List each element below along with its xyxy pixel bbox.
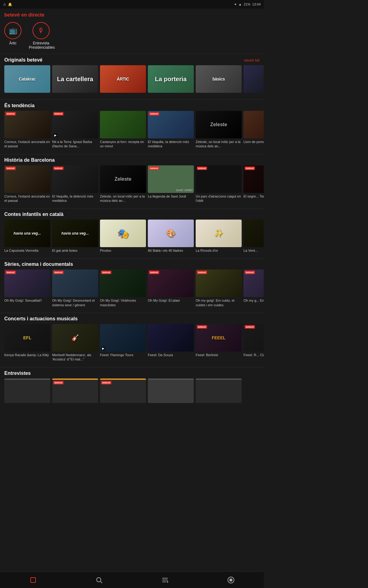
originals-item-catakrac[interactable]: Catakrac (4, 65, 50, 94)
entrevistes-item-3[interactable] (148, 379, 194, 403)
historia-item-2[interactable]: Zeleste Zeleste, un local mític per a la… (100, 165, 146, 203)
concerts-item-1[interactable]: 🎸 Meritxell Neddermann, als 'Acústics' d… (52, 324, 98, 362)
concerts-thumb-0: EFL (4, 324, 50, 352)
concerts-thumb-2: ▶ (100, 324, 146, 352)
contes-thumb-4: ✨ (196, 220, 242, 247)
more-thumbnail: b (243, 65, 264, 93)
concerts-thumb-1: 🎸 (52, 324, 98, 352)
tendencia-thumb-1: betevé ▶ (52, 111, 98, 138)
tendencia-label-2: Castanyes al forn: recepta en un minut (100, 140, 146, 149)
series-item-1[interactable]: betevé Oh My Goig!: Desmuntant el sistem… (52, 270, 98, 307)
series-item-5[interactable]: betevé Oh my g... Empan... (243, 270, 264, 307)
contes-item-4[interactable]: ✨ La Rínxols d'or (196, 220, 242, 253)
historia-label-2: Zeleste, un local mític per a la música … (100, 194, 146, 203)
svg-marker-6 (167, 581, 169, 583)
series-item-4[interactable]: betevé Oh my goig!: Em cuido, et cuides … (196, 270, 242, 307)
historia-label-3: La llegenda de Sant Jordi (148, 194, 194, 198)
series-item-3[interactable]: betevé Oh My Goig!: El plaer (148, 270, 194, 307)
live-channel-entrevista[interactable]: 🎙 Entrevista Presidenciables (29, 22, 53, 50)
status-left-icons: ⚠ 🔔 (3, 2, 12, 6)
series-thumb-0: betevé (4, 270, 50, 297)
contes-thumb-1: havia una veg... (52, 220, 98, 247)
historia-thumb-1: betevé (52, 165, 98, 193)
nav-playlist[interactable] (161, 576, 169, 584)
historia-item-1[interactable]: betevé El Vaquilla, la detenció més medi… (52, 165, 98, 203)
live-channel-artic[interactable]: 📺 Àrtic (4, 22, 21, 50)
originals-item-porteria[interactable]: La porteria (148, 65, 194, 94)
live-channel-entrevista-label: Entrevista Presidenciables (29, 41, 53, 50)
entrevistes-item-4[interactable] (196, 379, 242, 403)
series-title: Sèries, cinema i documentals (4, 262, 73, 267)
series-thumb-3: betevé (148, 270, 194, 297)
entrevistes-item-2[interactable]: betevé (100, 379, 146, 403)
contes-row: havia una veg... La Caputxeta Vermella h… (0, 220, 264, 256)
tendencia-label-3: El Vaquilla, la detenció més mediàtica (148, 140, 194, 149)
contes-item-5[interactable]: La Vent... (243, 220, 264, 253)
concerts-thumb-3 (148, 324, 194, 352)
status-bar: ⚠ 🔔 ✦ ▲ 21% 13:04 (0, 0, 264, 9)
originals-header: Originals betevé veure tot (0, 54, 264, 65)
concerts-item-4[interactable]: FEEEL betevé Feeel: Berlinist (196, 324, 242, 362)
live-channel-artic-label: Àrtic (9, 41, 17, 45)
concerts-item-2[interactable]: ▶ Feeel: Flamingo Tours (100, 324, 146, 362)
originals-item-more[interactable]: b (243, 65, 264, 94)
bluetooth-icon: ✦ (234, 2, 237, 6)
historia-item-0[interactable]: betevé Correus, l'estació ancorada en el… (4, 165, 50, 203)
concerts-header: Concerts i actuacions musicals (0, 313, 264, 324)
entrevistes-item-1[interactable]: betevé (52, 379, 98, 403)
concerts-label-4: Feeel: Berlinist (196, 353, 242, 357)
concerts-label-3: Feeel: Da Souza (148, 353, 194, 357)
tendencia-item-5[interactable]: Llom de poma (243, 111, 264, 149)
series-header: Sèries, cinema i documentals (0, 258, 264, 270)
historia-thumb-0: betevé (4, 165, 50, 193)
bottom-nav (0, 571, 264, 588)
mic-icon: 🎙 (33, 22, 50, 39)
artic-thumbnail: ÀRTIC (100, 65, 146, 93)
contes-item-1[interactable]: havia una veg... El gat amb botes (52, 220, 98, 253)
contes-thumb-5 (243, 220, 264, 247)
tendencia-item-4[interactable]: Zeleste Zeleste, un local mític per a la… (196, 111, 242, 149)
series-thumb-4: betevé (196, 270, 242, 297)
concerts-item-5[interactable]: betevé Feeel: R... Clara... (243, 324, 264, 362)
tendencia-thumb-4: Zeleste (196, 111, 242, 138)
series-label-2: Oh My Goig!: Violències masclistes (100, 298, 146, 307)
contes-label-1: El gat amb botes (52, 248, 98, 253)
concerts-item-0[interactable]: EFL Kenya Racaile &amp; La Kitty (4, 324, 50, 362)
contes-item-0[interactable]: havia una veg... La Caputxeta Vermella (4, 220, 50, 253)
series-label-3: Oh My Goig!: El plaer (148, 298, 194, 303)
contes-item-3[interactable]: 🎨 Alí Babà i els 40 lladres (148, 220, 194, 253)
tv-icon: 📺 (4, 22, 21, 39)
historia-thumb-3: betevé SANT JORDI (148, 165, 194, 193)
series-thumb-1: betevé (52, 270, 98, 297)
historia-item-3[interactable]: betevé SANT JORDI La llegenda de Sant Jo… (148, 165, 194, 203)
concerts-title: Concerts i actuacions musicals (4, 316, 78, 322)
entrevistes-item-0[interactable] (4, 379, 50, 403)
series-label-0: Oh My Goig!: Sexualitat!! (4, 298, 50, 303)
originals-link[interactable]: veure tot (244, 58, 259, 62)
historia-thumb-4: betevé (196, 165, 242, 193)
historia-item-5[interactable]: betevé El segre... Torre Ba... (243, 165, 264, 203)
originals-item-cartellera[interactable]: La cartellera (52, 65, 98, 94)
tendencia-item-2[interactable]: Castanyes al forn: recepta en un minut (100, 111, 146, 149)
concerts-item-3[interactable]: Feeel: Da Souza (148, 324, 194, 362)
nav-search[interactable] (95, 576, 103, 584)
contes-thumb-0: havia una veg... (4, 220, 50, 247)
contes-header: Contes infantils en català (0, 208, 264, 220)
tendencia-item-3[interactable]: betevé El Vaquilla, la detenció més medi… (148, 111, 194, 149)
series-item-2[interactable]: betevé Oh My Goig!: Violències mascliste… (100, 270, 146, 307)
concerts-thumb-4: FEEEL betevé (196, 324, 242, 352)
originals-item-basics[interactable]: bàsics (196, 65, 242, 94)
originals-item-artic[interactable]: ÀRTIC (100, 65, 146, 94)
nav-record[interactable] (227, 576, 235, 584)
historia-thumb-2: Zeleste (100, 165, 146, 193)
series-item-0[interactable]: betevé Oh My Goig!: Sexualitat!! (4, 270, 50, 307)
historia-thumb-5: betevé (243, 165, 264, 193)
tendencia-item-1[interactable]: betevé ▶ Nit a la Terra: Ignasi Barba (N… (52, 111, 98, 149)
contes-item-2[interactable]: 🎭 Pinotxo (100, 220, 146, 253)
tendencia-item-0[interactable]: betevé Correus, l'estació ancorada en el… (4, 111, 50, 149)
nav-home[interactable] (29, 576, 37, 584)
series-thumb-2: betevé (100, 270, 146, 297)
contes-title: Contes infantils en català (4, 212, 63, 217)
catakrac-thumbnail: Catakrac (4, 65, 50, 93)
historia-item-4[interactable]: betevé Un parc d'atraccions caigut en l'… (196, 165, 242, 203)
